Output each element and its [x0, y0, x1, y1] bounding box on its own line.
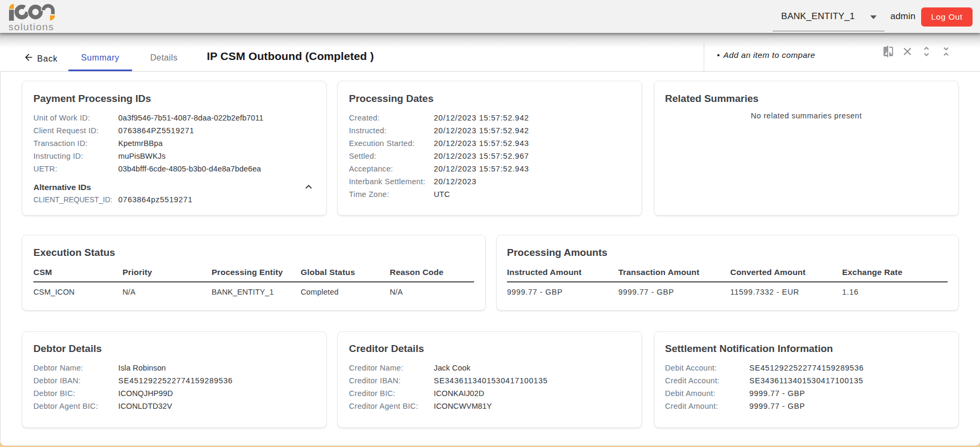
- svg-text:solutions: solutions: [9, 21, 54, 31]
